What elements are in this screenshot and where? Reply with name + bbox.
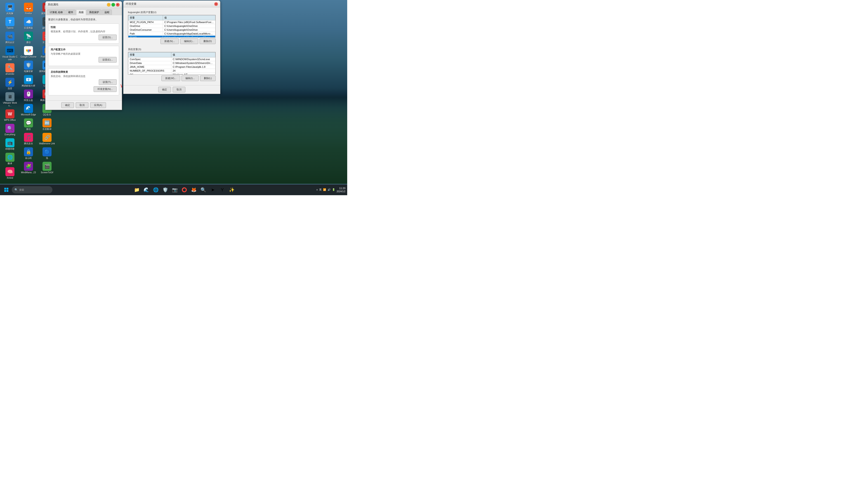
svg-rect-4 (6, 188, 8, 190)
sys-vars-table: 变量 值 ComSpec C:\WINDOWS\system32\cmd.exe… (128, 52, 215, 74)
taskbar-youdao[interactable]: Y (218, 185, 227, 194)
user-vars-section: liuguanglei 的用户变量(U) 变量 值 MOZ_PLUGIN_PAT… (126, 9, 218, 45)
sys-props-body: 要进行大多数更改，你必须作为管理员登录。 性能 视觉效果、处理器计划、内存使用，… (45, 15, 122, 100)
desktop-icon-wabenone[interactable]: 🔗 WaBenone Link (38, 132, 56, 146)
sys-vars-table-wrap[interactable]: 变量 值 ComSpec C:\WINDOWS\system32\cmd.exe… (128, 52, 216, 74)
tab-computername[interactable]: 计算机 名称 (47, 9, 65, 15)
cancel-button[interactable]: 取消 (76, 102, 88, 108)
close-button[interactable]: ✕ (116, 3, 120, 6)
taskbar-search2[interactable]: 🔍 (199, 185, 208, 194)
user-var-row-temp[interactable]: TEMP C:\Users\liuguanglei\AppData\Local\… (128, 36, 215, 38)
user-profile-settings-button[interactable]: 设置(E)... (98, 57, 117, 63)
user-var-row-path[interactable]: Path C:\Users\liuguanglei\AppData\Local\… (128, 32, 215, 36)
tab-sysprotect[interactable]: 系统保护 (87, 9, 101, 15)
apply-button[interactable]: 应用(A) (90, 102, 106, 108)
taskbar-camera[interactable]: 📷 (170, 185, 180, 194)
tray-chevron[interactable]: ∧ (316, 188, 318, 191)
sys-new-button[interactable]: 新建(W)... (161, 75, 180, 81)
performance-settings-button[interactable]: 设置(S)... (98, 35, 117, 40)
desktop-icon-vscode[interactable]: ⌨ Visual Studio Code (1, 45, 19, 62)
desktop-icon-chrome[interactable]: Google Chrome (20, 45, 37, 59)
taskbar-extra[interactable]: ✨ (227, 185, 237, 194)
ok-button[interactable]: 确定 (61, 102, 74, 108)
user-var-value: C:\Users\liuguanglei\OneDrive (163, 28, 215, 32)
tray-time: 11:20 (337, 187, 345, 190)
desktop-icon-wps[interactable]: W WPS Office (1, 108, 19, 123)
user-var-row-onedrive[interactable]: OneDrive C:\Users\liuguanglei\OneDrive (128, 24, 215, 28)
user-new-button[interactable]: 新建(N)... (160, 38, 179, 44)
user-var-row-onedriveconsumer[interactable]: OneDriveConsumer C:\Users\liuguanglei\On… (128, 28, 215, 32)
env-vars-action-row: 环境变量(N)... (51, 86, 117, 92)
user-var-row-mozplugin[interactable]: MOZ_PLUGIN_PATH C:\Program Files (x86)\F… (128, 20, 215, 24)
desktop-icon-everything[interactable]: 🔍 Everything (1, 123, 19, 137)
sys-var-value: C:\Program Files\Java\jdk-1.8 (171, 65, 215, 69)
taskbar-browser2[interactable]: 🦊 (189, 185, 198, 194)
desktop-icon-baidu-translate[interactable]: 🔤 百度翻译 (38, 118, 56, 131)
user-var-name: OneDriveConsumer (128, 28, 163, 32)
sys-delete-button[interactable]: 删除(L) (200, 75, 216, 81)
desktop-icon-xmind[interactable]: 🧠 Xmind (1, 166, 19, 180)
desktop-icon-vmware[interactable]: 🖥 VMware Works... (1, 91, 19, 108)
taskbar-antivirus[interactable]: 🛡️ (161, 185, 170, 194)
tray-clock[interactable]: 11:20 2024/1/2 (337, 187, 345, 193)
sys-edit-button[interactable]: 编辑(I)... (182, 75, 199, 81)
desktop-icon-guanjia[interactable]: 🛡️ 电脑管家 (20, 60, 37, 74)
desktop-icon-xunlei[interactable]: ⚡ 迅雷 (1, 77, 19, 91)
taskbar-file-explorer[interactable]: 📁 (132, 185, 142, 194)
sys-var-row-comspec[interactable]: ComSpec C:\WINDOWS\system32\cmd.exe (128, 57, 215, 61)
desktop-icon-translate[interactable]: 🌐 翻译 (1, 152, 19, 166)
desktop-icon-edge[interactable]: 🌊 Microsoft Edge (20, 103, 37, 117)
tab-remote[interactable]: 远程 (102, 9, 112, 15)
taskbar-arrow[interactable]: ➤ (209, 185, 217, 194)
desktop-icon-firefox[interactable]: 🦊 Firefox (20, 2, 37, 16)
startup-action-row: 设置(T)... (51, 79, 117, 85)
env-close-button[interactable]: ✕ (214, 2, 218, 6)
taskbar-opera[interactable]: ⭕ (180, 185, 189, 194)
taskbar-edge[interactable]: 🌊 (142, 185, 151, 194)
sys-var-row-numprocessors[interactable]: NUMBER_OF_PROCESSORS 24 (128, 69, 215, 73)
sys-props-tabs: 计算机 名称 硬件 高级 系统保护 远程 (45, 8, 122, 15)
env-ok-button[interactable]: 确定 (158, 87, 171, 92)
search-bar[interactable]: 🔍 搜索 (12, 186, 53, 193)
desktop-icon-tencent-meet[interactable]: 📹 腾讯会议 (1, 31, 19, 45)
tray-lang[interactable]: 英 (319, 188, 322, 191)
user-var-name: OneDrive (128, 24, 163, 28)
user-var-name: Path (128, 32, 163, 36)
desktop-icon-remote[interactable]: 🖱️ 阿里云盘 (20, 89, 37, 103)
desktop-icon-pc[interactable]: 🖥️ 此电脑 (1, 2, 19, 16)
sys-var-name: NUMBER_OF_PROCESSORS (128, 69, 171, 73)
taskbar-chrome[interactable]: 🌐 (151, 185, 160, 194)
env-cancel-button[interactable]: 取消 (173, 87, 185, 92)
startup-settings-button[interactable]: 设置(T)... (99, 79, 117, 85)
minimize-button[interactable]: － (107, 3, 111, 6)
desktop-icon-driverdio[interactable]: 🔧 driverdio (1, 62, 19, 76)
desktop-icon-bilibili[interactable]: 📺 哔哩哔哩 (1, 137, 19, 151)
desktop-icon-typora[interactable]: T Typora (1, 16, 19, 30)
desktop-icon-mail[interactable]: 📧 网易邮箱大师 (20, 74, 37, 88)
env-dialog-footer: 确定 取消 (123, 85, 220, 94)
start-button[interactable] (2, 185, 11, 194)
desktop-icon-screentogif[interactable]: 🎬 ScreenToGif (38, 161, 56, 175)
desktop-icon-communication[interactable]: 📡 通信 (20, 31, 37, 45)
tray-volume-icon[interactable]: 🔊 (328, 188, 331, 191)
env-vars-button[interactable]: 环境变量(N)... (94, 86, 117, 92)
desktop-icon-xun[interactable]: 🔵 迅 (38, 147, 56, 160)
maximize-button[interactable]: □ (112, 3, 115, 6)
sys-var-row-os[interactable]: OS Windows_NT (128, 73, 215, 75)
system-tray: ∧ 英 📶 🔊 🔋 11:20 2024/1/2 (316, 187, 345, 193)
desktop-icon-wechat[interactable]: 💬 微信 (20, 118, 37, 131)
desktop-icon-qqmusic[interactable]: 🎵 腾讯音乐 (20, 132, 37, 146)
sys-var-row-driverdata[interactable]: DriverData C:\Windows\System32\Drivers\D… (128, 61, 215, 65)
desktop-icon-mindmanager[interactable]: 🧩 MindMana...23 (20, 161, 37, 175)
sys-vars-section: 系统变量(S) 变量 值 ComSpec C:\WINDOWS\ (126, 46, 218, 83)
user-vars-table: 变量 值 MOZ_PLUGIN_PATH C:\Program Files (x… (128, 15, 215, 37)
user-vars-table-wrap[interactable]: 变量 值 MOZ_PLUGIN_PATH C:\Program Files (x… (128, 15, 216, 37)
user-delete-button[interactable]: 删除(D) (199, 38, 216, 44)
tab-advanced[interactable]: 高级 (76, 9, 86, 15)
sys-var-row-javahome[interactable]: JAVA_HOME C:\Program Files\Java\jdk-1.8 (128, 65, 215, 69)
user-var-value: C:\Users\liuguanglei\AppData\Local\Micro… (163, 32, 215, 36)
user-edit-button[interactable]: 编辑(E)... (180, 38, 198, 44)
desktop-icon-jinshan[interactable]: 🔒 金山松 (20, 147, 37, 160)
desktop-icon-baiducloud[interactable]: ☁️ 百度网盘 (20, 16, 37, 30)
tab-hardware[interactable]: 硬件 (66, 9, 76, 15)
